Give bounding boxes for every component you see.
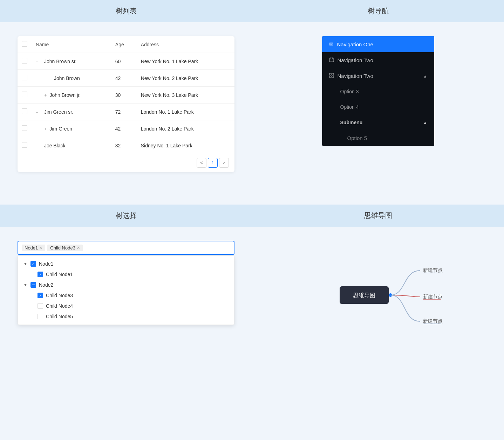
tree-node-child-node1[interactable]: ✓ Child Node1 [18,269,234,280]
center-node-label: 思维导图 [353,292,375,298]
tree-table-card: Name Age Address − John Brown sr. [18,36,234,172]
childnode5-checkbox[interactable] [38,314,43,319]
submenu-arrow: ▲ [423,120,427,125]
email-icon: ✉ [329,41,334,47]
mind-map-section: 思维导图 思维导图 新建节点 新建节点 新建节点 [252,205,504,367]
tree-nav-section: 树导航 ✉ Navigation One [252,0,504,205]
svg-rect-4 [329,73,331,75]
tree-node-child-node4[interactable]: Child Node4 [18,301,234,311]
node1-checkbox[interactable]: ✓ [30,261,36,267]
tree-table-title: 树列表 [0,0,252,22]
mind-map-svg: 思维导图 新建节点 新建节点 新建节点 [312,251,445,342]
next-page-button[interactable]: > [219,158,229,168]
row-age: 72 [111,104,137,120]
row-address: New York No. 2 Lake Park [137,70,234,87]
row-checkbox[interactable] [22,108,27,114]
nav-item-submenu[interactable]: Submenu ▲ [322,115,434,130]
tree-select-dropdown: ▼ ✓ Node1 ✓ Child Node1 ▼ [18,255,234,325]
tree-node-child-node3[interactable]: ✓ Child Node3 [18,290,234,301]
nav-item-label: Navigation One [337,41,373,47]
tree-node-node2[interactable]: ▼ Node2 [18,280,234,290]
tree-select-section: 树选择 Node1 ✕ Child Node3 ✕ ▼ ✓ [0,205,252,367]
tag-label: Child Node3 [50,245,75,251]
row-checkbox[interactable] [22,75,27,80]
nav-item-label: Navigation Two [338,57,373,63]
tree-node-child-node5[interactable]: Child Node5 [18,311,234,322]
submenu-label: Submenu [340,120,363,125]
row-name: − Jim Green sr. [32,104,111,120]
tree-collapse-arrow[interactable]: ▼ [23,262,28,266]
table-row: − Jim Green sr. 72 London No. 1 Lake Par… [18,104,234,120]
tree-collapse-arrow[interactable]: ▼ [23,283,28,287]
col-address: Address [137,36,234,53]
svg-rect-6 [329,76,331,78]
childnode4-checkbox[interactable] [38,303,43,309]
tag-node1: Node1 ✕ [22,245,45,251]
row-name: + John Brown jr. [32,87,111,104]
nav-item-label: Option 4 [340,104,359,110]
expand-icon[interactable]: − [36,59,41,64]
row-checkbox[interactable] [22,58,27,64]
node-label-bot: 新建节点 [423,318,443,324]
grid-icon [329,73,334,79]
svg-rect-5 [332,73,334,75]
row-address: New York No. 3 Lake Park [137,87,234,104]
tree-nav: ✉ Navigation One Navigation Two [322,36,434,146]
col-name: Name [32,36,111,53]
nav-item-option4[interactable]: Option 4 [322,99,434,115]
childnode3-checkbox[interactable]: ✓ [38,293,43,298]
tree-node-node1[interactable]: ▼ ✓ Node1 [18,259,234,269]
prev-page-button[interactable]: < [197,158,206,168]
tag-close-childnode3[interactable]: ✕ [77,246,80,250]
svg-rect-7 [332,76,334,78]
node1-label: Node1 [39,261,53,267]
row-age: 42 [111,120,137,137]
nav-expand-arrow: ▲ [423,74,427,78]
childnode5-label: Child Node5 [46,314,73,319]
nav-item-option5[interactable]: Option 5 [322,130,434,146]
table-row: − John Brown sr. 60 New York No. 1 Lake … [18,53,234,70]
row-name: + Jim Green [32,120,111,137]
childnode1-label: Child Node1 [46,272,73,277]
row-address: New York No. 1 Lake Park [137,53,234,70]
nav-item-navigation-one[interactable]: ✉ Navigation One [322,36,434,52]
tree-nav-body: ✉ Navigation One Navigation Two [252,22,504,160]
header-checkbox[interactable] [22,41,27,47]
pagination: < 1 > [18,154,234,172]
tag-child-node3: Child Node3 ✕ [47,245,83,251]
table-row: Joe Black 32 Sidney No. 1 Lake Park [18,137,234,154]
row-name: − John Brown sr. [32,53,111,70]
childnode4-label: Child Node4 [46,303,73,309]
expand-icon[interactable]: − [36,110,41,115]
table-row: John Brown 42 New York No. 2 Lake Park [18,70,234,87]
page-1-button[interactable]: 1 [208,158,218,168]
nav-item-label: Navigation Two [338,73,373,79]
nav-item-navigation-two-2[interactable]: Navigation Two ▲ [322,68,434,84]
row-checkbox[interactable] [22,142,27,148]
branch-line-top [390,271,420,295]
tree-table-section: 树列表 Name Age Address [0,0,252,205]
nav-item-option3[interactable]: Option 3 [322,84,434,99]
expand-spacer [36,144,41,148]
row-address: Sidney No. 1 Lake Park [137,137,234,154]
node2-label: Node2 [39,282,53,288]
tree-nav-title: 树导航 [252,0,504,22]
childnode3-label: Child Node3 [46,293,73,298]
row-address: London No. 2 Lake Park [137,120,234,137]
col-age: Age [111,36,137,53]
table-row: + Jim Green 42 London No. 2 Lake Park [18,120,234,137]
tree-table: Name Age Address − John Brown sr. [18,36,234,154]
tree-select-input[interactable]: Node1 ✕ Child Node3 ✕ [18,241,234,255]
node-label-mid: 新建节点 [423,294,443,299]
row-age: 30 [111,87,137,104]
nav-item-label: Option 5 [347,135,367,141]
nav-item-navigation-two-1[interactable]: Navigation Two [322,52,434,68]
row-checkbox[interactable] [22,125,27,131]
expand-icon [36,76,43,81]
node2-checkbox[interactable] [30,282,36,288]
row-age: 60 [111,53,137,70]
row-checkbox[interactable] [22,92,27,97]
childnode1-checkbox[interactable]: ✓ [38,272,43,277]
row-name: Joe Black [32,137,111,154]
tag-close-node1[interactable]: ✕ [39,246,42,250]
